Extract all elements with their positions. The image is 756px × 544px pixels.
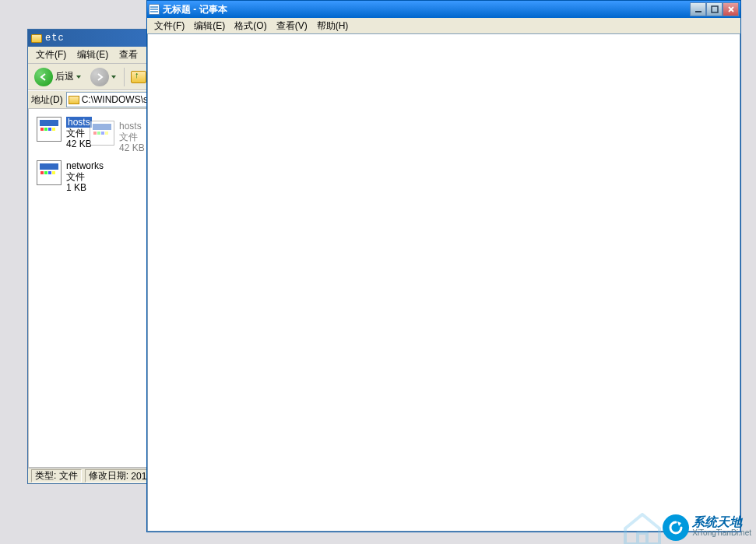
up-button[interactable] xyxy=(129,68,148,86)
status-modified: 修改日期: 2014 xyxy=(85,469,156,483)
menu-format[interactable]: 格式(O) xyxy=(230,18,270,34)
maximize-button[interactable] xyxy=(706,2,723,16)
svg-rect-0 xyxy=(695,11,701,12)
notepad-window: 无标题 - 记事本 文件(F) 编辑(E) 格式(O) 查看(V) 帮助(H) xyxy=(146,0,741,532)
generic-file-icon xyxy=(37,160,62,185)
generic-file-icon xyxy=(37,117,62,142)
menu-help[interactable]: 帮助(H) xyxy=(313,18,353,34)
notepad-titlebar[interactable]: 无标题 - 记事本 xyxy=(147,1,740,18)
watermark-text-cn: 系统天地 xyxy=(692,517,751,528)
chevron-down-icon[interactable] xyxy=(111,75,116,79)
back-label: 后退 xyxy=(55,70,74,83)
file-item-networks[interactable]: networks 文件 1 KB xyxy=(35,159,152,195)
close-button[interactable] xyxy=(723,2,739,16)
file-size: 1 KB xyxy=(66,182,104,193)
watermark: 系统天地 XiTongTianDi.net xyxy=(663,514,751,541)
notepad-text-area[interactable] xyxy=(147,33,740,532)
watermark-logo-icon xyxy=(663,514,689,541)
menu-view[interactable]: 查看 xyxy=(114,47,142,63)
menu-file[interactable]: 文件(F) xyxy=(31,47,71,63)
status-type: 类型: 文件 xyxy=(31,469,82,483)
house-watermark-icon xyxy=(619,507,666,544)
address-value: C:\WINDOWS\s xyxy=(82,94,148,105)
file-name: hosts xyxy=(66,117,92,128)
menu-view[interactable]: 查看(V) xyxy=(273,18,311,34)
forward-arrow-icon xyxy=(90,68,109,86)
chevron-down-icon[interactable] xyxy=(76,75,81,79)
file-type: 文件 xyxy=(119,132,145,142)
address-label: 地址(D) xyxy=(31,93,63,107)
menu-file[interactable]: 文件(F) xyxy=(150,18,188,34)
toolbar-separator xyxy=(124,68,125,86)
folder-icon xyxy=(31,34,42,43)
generic-file-icon xyxy=(90,121,114,146)
notepad-icon xyxy=(149,4,160,15)
svg-rect-1 xyxy=(712,6,718,12)
folder-icon xyxy=(69,96,79,104)
up-folder-icon xyxy=(131,71,146,83)
window-buttons xyxy=(690,2,739,16)
file-size: 42 KB xyxy=(119,142,145,153)
file-type: 文件 xyxy=(66,128,92,139)
forward-button[interactable] xyxy=(87,66,119,88)
file-size: 42 KB xyxy=(66,139,92,149)
back-arrow-icon xyxy=(34,68,53,86)
back-button[interactable]: 后退 xyxy=(31,66,84,88)
menu-edit[interactable]: 编辑(E) xyxy=(72,47,113,63)
notepad-menubar: 文件(F) 编辑(E) 格式(O) 查看(V) 帮助(H) xyxy=(147,18,740,33)
watermark-text-en: XiTongTianDi.net xyxy=(692,528,751,539)
file-name: networks xyxy=(66,160,104,171)
file-type: 文件 xyxy=(66,171,104,182)
menu-edit[interactable]: 编辑(E) xyxy=(190,18,229,34)
file-name: hosts xyxy=(119,121,145,132)
explorer-title: etc xyxy=(45,33,65,44)
notepad-title: 无标题 - 记事本 xyxy=(163,3,687,16)
minimize-button[interactable] xyxy=(690,2,706,16)
drag-ghost-file: hosts 文件 42 KB xyxy=(90,121,145,153)
